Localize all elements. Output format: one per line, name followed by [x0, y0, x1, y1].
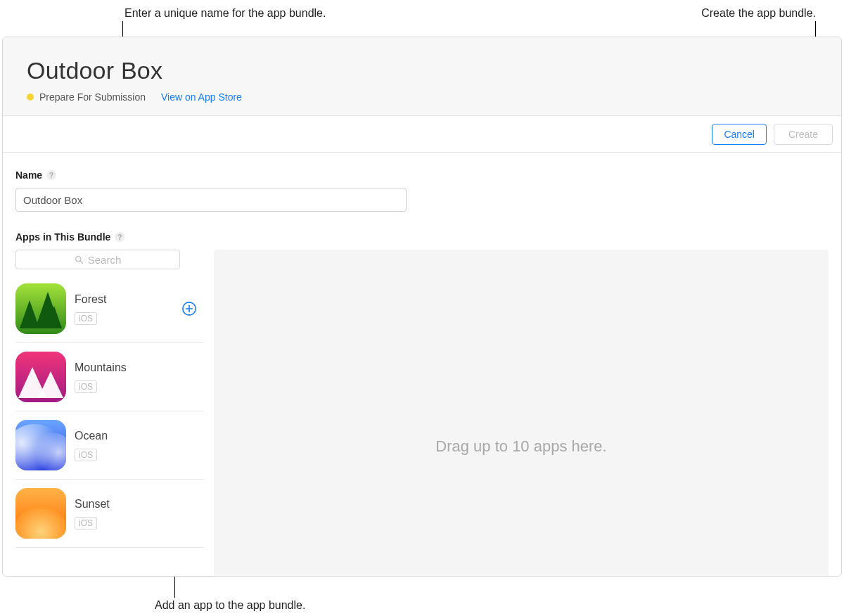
- app-row: OceaniOS: [15, 411, 204, 480]
- help-icon[interactable]: ?: [115, 232, 124, 242]
- search-placeholder: Search: [88, 254, 122, 266]
- app-icon-mountains: [15, 352, 66, 402]
- form-area: Name ? Apps in This Bundle ? Search: [3, 153, 841, 577]
- app-list: ForestiOSMountainsiOSOceaniOSSunsetiOS: [15, 275, 204, 548]
- status-dot-icon: [27, 94, 34, 101]
- apps-in-bundle-label-row: Apps in This Bundle ?: [15, 231, 829, 243]
- status-text: Prepare For Submission: [39, 91, 146, 103]
- svg-line-1: [80, 261, 82, 263]
- annotation-add: Add an app to the app bundle.: [155, 599, 305, 612]
- bundle-section: Apps in This Bundle ? Search ForestiOSMo…: [15, 231, 829, 577]
- app-icon-sunset: [15, 488, 66, 539]
- app-row: ForestiOS: [15, 275, 204, 343]
- name-label: Name: [15, 169, 42, 181]
- search-icon: [75, 255, 84, 264]
- app-icon-ocean: [15, 420, 66, 470]
- app-meta: SunsetiOS: [75, 498, 204, 530]
- app-meta: OceaniOS: [75, 430, 204, 461]
- create-button[interactable]: Create: [774, 124, 833, 145]
- plus-circle-icon: [181, 301, 197, 316]
- app-row: SunsetiOS: [15, 480, 204, 548]
- apps-in-bundle-label: Apps in This Bundle: [15, 231, 110, 243]
- bundle-panel: Outdoor Box Prepare For Submission View …: [2, 37, 842, 577]
- platform-badge: iOS: [75, 380, 97, 393]
- dropzone-text: Drag up to 10 apps here.: [435, 437, 606, 456]
- add-app-button[interactable]: [181, 301, 197, 316]
- bundle-dropzone[interactable]: Drag up to 10 apps here.: [214, 250, 829, 577]
- app-name: Ocean: [75, 430, 204, 442]
- page-title: Outdoor Box: [27, 57, 817, 84]
- app-icon-forest: [15, 283, 66, 334]
- app-row: MountainsiOS: [15, 343, 204, 411]
- bundle-body: Search ForestiOSMountainsiOSOceaniOSSuns…: [15, 250, 829, 577]
- annotation-create: Create the app bundle.: [701, 7, 816, 20]
- app-name: Mountains: [75, 361, 204, 374]
- status-row: Prepare For Submission View on App Store: [27, 91, 817, 103]
- app-name: Sunset: [75, 498, 204, 511]
- app-meta: MountainsiOS: [75, 361, 204, 393]
- app-search-input[interactable]: Search: [15, 250, 180, 269]
- platform-badge: iOS: [75, 312, 97, 325]
- platform-badge: iOS: [75, 449, 97, 461]
- app-name: Forest: [75, 293, 173, 306]
- name-label-row: Name ?: [15, 169, 829, 181]
- platform-badge: iOS: [75, 517, 97, 530]
- help-icon[interactable]: ?: [46, 170, 56, 180]
- view-on-app-store-link[interactable]: View on App Store: [161, 91, 242, 103]
- panel-header: Outdoor Box Prepare For Submission View …: [3, 37, 841, 116]
- annotation-name: Enter a unique name for the app bundle.: [124, 7, 326, 20]
- cancel-button[interactable]: Cancel: [712, 124, 767, 145]
- action-bar: Cancel Create: [3, 116, 841, 153]
- apps-column: Search ForestiOSMountainsiOSOceaniOSSuns…: [15, 250, 204, 548]
- bundle-name-input[interactable]: [15, 188, 407, 212]
- app-meta: ForestiOS: [75, 293, 173, 325]
